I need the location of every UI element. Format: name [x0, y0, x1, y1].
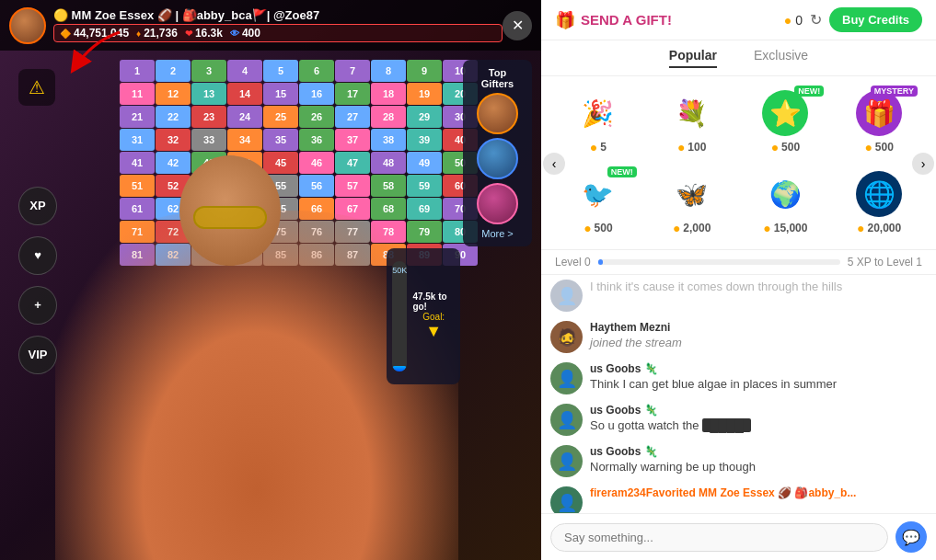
- gift-tabs: Popular Exclusive: [541, 40, 936, 76]
- bingo-cell: 11: [120, 83, 155, 105]
- video-panel: 1 2 3 4 5 6 7 8 9 10 11 12 13 14 15 16 1…: [0, 0, 541, 560]
- more-gifters-link[interactable]: More >: [468, 228, 527, 239]
- chat-message-2: 👤 us Goobs 🦎 Think I can get blue algae …: [550, 362, 927, 394]
- bingo-cell: 22: [156, 106, 191, 128]
- chat-message-5: 👤 fireram234Favorited MM Zoe Essex 🏈 🎒ab…: [550, 486, 927, 513]
- gift-image-bird: 🐦: [575, 171, 621, 217]
- bingo-cell: 35: [263, 129, 298, 151]
- vip-button[interactable]: VIP: [18, 336, 57, 374]
- coin-icon: ●: [673, 221, 680, 235]
- chat-input[interactable]: [550, 523, 888, 552]
- xp-button[interactable]: XP: [18, 187, 57, 225]
- gifter-avatar-3: [477, 183, 518, 224]
- xp-level-label: Level 0: [555, 256, 591, 269]
- gift-item-butterfly[interactable]: 🦋 ● 2,000: [649, 166, 735, 240]
- bingo-cell: 47: [335, 152, 370, 174]
- gift-price-globe: ● 15,000: [763, 221, 807, 235]
- coin-icon: ●: [857, 221, 864, 235]
- bingo-cell: 8: [371, 60, 406, 82]
- tab-exclusive[interactable]: Exclusive: [754, 48, 808, 68]
- refresh-button[interactable]: ↻: [810, 11, 822, 29]
- bingo-cell: 41: [120, 152, 155, 174]
- bingo-cell: 39: [407, 129, 442, 151]
- chat-username-3: us Goobs 🦎: [590, 404, 927, 417]
- bingo-cell: 27: [335, 106, 370, 128]
- chat-text-faded: I think it's cause it comes down through…: [590, 280, 927, 293]
- bingo-cell: 49: [407, 152, 442, 174]
- bingo-cell: 16: [299, 83, 334, 105]
- gifter-avatar-1: [477, 93, 518, 134]
- bingo-cell: 17: [335, 83, 370, 105]
- coin-icon: ●: [864, 140, 872, 154]
- bingo-cell: 1: [120, 60, 155, 82]
- chat-text-1: joined the stream: [590, 336, 927, 349]
- buy-credits-button[interactable]: Buy Credits: [829, 7, 922, 32]
- send-icon: 💬: [902, 529, 920, 546]
- bingo-cell: 36: [299, 129, 334, 151]
- add-button[interactable]: +: [18, 286, 57, 325]
- xp-goal-label: 5 XP to Level 1: [848, 256, 922, 269]
- stats-bar: 🔶 44,751,045 ♦ 21,736 ❤ 16.3k 👁 400: [53, 24, 503, 42]
- gift-item-globe[interactable]: 🌍 ● 15,000: [743, 166, 829, 240]
- bingo-cell: 68: [371, 198, 406, 220]
- chat-area: 👤 I think it's cause it comes down throu…: [541, 275, 936, 513]
- gift-grid: 🎉 ● 5 💐 ● 100 NEW! ⭐ ● 500: [541, 76, 936, 250]
- blue-stat: 👁 400: [230, 27, 260, 40]
- gift-price-butterfly: ● 2,000: [673, 221, 711, 235]
- bingo-cell: 25: [263, 106, 298, 128]
- gift-header: 🎁 SEND A GIFT! ● 0 ↻ Buy Credits: [541, 0, 936, 40]
- top-bar: 🟡 MM Zoe Essex 🏈 | 🎒abby_bca🚩| @Zoe87 🔶 …: [0, 0, 541, 51]
- bingo-cell: 61: [120, 198, 155, 220]
- chat-content-5: fireram234Favorited MM Zoe Essex 🏈 🎒abby…: [590, 486, 927, 501]
- gift-image-butterfly: 🦋: [669, 171, 715, 217]
- bingo-cell: 23: [191, 106, 226, 128]
- streamer-name: 🟡 MM Zoe Essex 🏈 | 🎒abby_bca🚩| @Zoe87: [53, 8, 503, 22]
- bingo-cell: 37: [335, 129, 370, 151]
- chat-avatar-1: 🧔: [550, 321, 583, 353]
- chat-text-2: Think I can get blue algae in places in …: [590, 377, 927, 391]
- gift-image-bouquet: 💐: [669, 90, 715, 136]
- close-button[interactable]: ✕: [503, 11, 532, 40]
- gift-nav-right-button[interactable]: ›: [912, 153, 934, 175]
- right-panel: 🎁 SEND A GIFT! ● 0 ↻ Buy Credits Popular…: [541, 0, 936, 560]
- gift-item-star[interactable]: NEW! ⭐ ● 500: [743, 86, 829, 159]
- viewer-icon: ♦: [136, 29, 141, 39]
- gift-item-mystery[interactable]: MYSTERY 🎁 ● 500: [836, 86, 922, 159]
- bingo-cell: 13: [191, 83, 226, 105]
- chat-text-3: So u gotta watch the ████: [590, 418, 927, 432]
- chat-content-2: us Goobs 🦎 Think I can get blue algae in…: [590, 362, 927, 391]
- bingo-cell: 69: [407, 198, 442, 220]
- gift-image-star: ⭐: [762, 90, 808, 136]
- chat-avatar-faded: 👤: [550, 280, 583, 312]
- coin-icon: ●: [584, 221, 591, 235]
- warning-icon[interactable]: ⚠: [18, 69, 55, 106]
- bingo-cell: 29: [407, 106, 442, 128]
- chat-content-faded: I think it's cause it comes down through…: [590, 280, 927, 293]
- eye-icon: 👁: [230, 29, 239, 39]
- top-gifters-title: TopGifters: [468, 67, 527, 89]
- coin-icon: ●: [677, 140, 685, 154]
- gift-badge-new: NEW!: [794, 86, 824, 97]
- gifter-avatar-2: [477, 138, 518, 179]
- chat-avatar-5: 👤: [550, 486, 583, 513]
- bingo-cell: 12: [156, 83, 191, 105]
- bingo-cell: 19: [407, 83, 442, 105]
- bingo-cell: 18: [371, 83, 406, 105]
- credit-balance: ● 0: [784, 13, 803, 28]
- gift-item-bouquet[interactable]: 💐 ● 100: [649, 86, 735, 159]
- diamond-stat: 🔶 44,751,045: [60, 27, 129, 40]
- gift-section: ‹ 🎉 ● 5 💐 ● 100 NEW! ⭐ ●: [541, 76, 936, 250]
- gift-item-earth[interactable]: 🌐 ● 20,000: [836, 166, 922, 240]
- chat-send-button[interactable]: 💬: [896, 521, 927, 553]
- tab-popular[interactable]: Popular: [669, 48, 717, 68]
- coin-icon: ●: [784, 13, 792, 28]
- coin-icon: ●: [590, 140, 597, 154]
- gift-item-party[interactable]: 🎉 ● 5: [555, 86, 641, 159]
- chat-username-5: fireram234Favorited MM Zoe Essex 🏈 🎒abby…: [590, 486, 927, 499]
- gift-item-bird[interactable]: NEW! 🐦 ● 500: [555, 166, 641, 240]
- gift-image-party: 🎉: [575, 90, 621, 136]
- chat-message-faded: 👤 I think it's cause it comes down throu…: [550, 280, 927, 312]
- chat-content-1: Haythem Mezni joined the stream: [590, 321, 927, 349]
- chat-username-4: us Goobs 🦎: [590, 445, 927, 458]
- heart-button[interactable]: ♥: [18, 236, 57, 275]
